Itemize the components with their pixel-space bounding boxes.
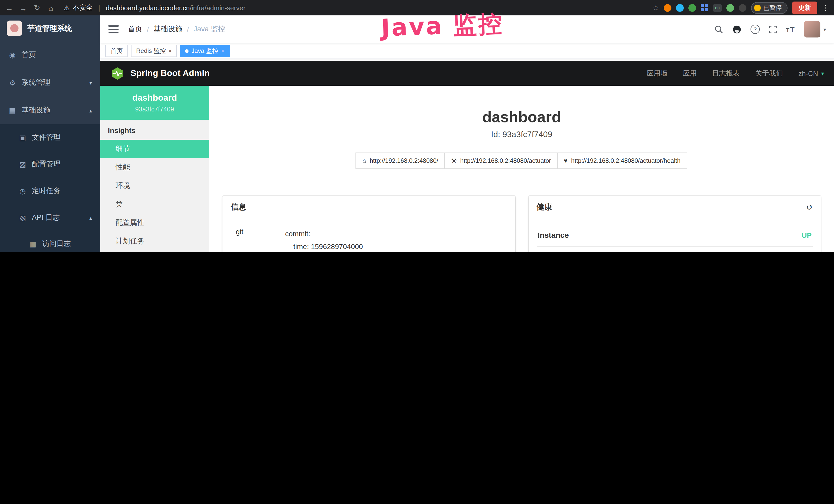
close-icon[interactable]: × [169, 48, 172, 54]
help-icon[interactable]: ? [750, 25, 760, 34]
menu-label: 访问日志 [42, 239, 71, 249]
reload-icon[interactable]: ↻ [33, 3, 41, 12]
security-indicator[interactable]: ⚠ 不安全 [64, 3, 93, 12]
history-icon[interactable]: ↺ [806, 203, 813, 212]
instance-links: ⌂ http://192.168.0.2:48080/ ⚒ http://192… [222, 153, 821, 169]
sba-item-scheduled-tasks[interactable]: 计划任务 [100, 232, 209, 251]
tag-redis-monitor[interactable]: Redis 监控 × [131, 45, 177, 57]
sidebar-item-file-manage[interactable]: ▣ 文件管理 [0, 124, 100, 151]
app-logo [7, 21, 22, 36]
search-icon[interactable] [714, 25, 723, 34]
menu-label: API 日志 [32, 213, 60, 222]
sba-nav-about[interactable]: 关于我们 [755, 69, 783, 78]
security-label: 不安全 [73, 3, 93, 12]
browser-menu-icon[interactable]: ⋮ [822, 4, 829, 12]
health-url-link[interactable]: ♥ http://192.168.0.2:48080/actuator/heal… [557, 153, 687, 169]
sidebar-item-config-manage[interactable]: ▨ 配置管理 [0, 151, 100, 178]
card-title-text: 信息 [231, 202, 246, 212]
sidebar-toggle-icon[interactable] [108, 25, 119, 33]
breadcrumb: 首页 / 基础设施 / Java 监控 [128, 25, 225, 34]
sba-item-metrics[interactable]: 性能 [100, 158, 209, 177]
file-icon: ▣ [19, 134, 27, 142]
card-title-text: 健康 [536, 202, 552, 212]
active-dot [185, 49, 189, 53]
extension-icon[interactable] [664, 4, 672, 12]
paused-badge[interactable]: 已暂停 [751, 2, 788, 14]
sba-item-logs[interactable]: 日志 [100, 252, 209, 252]
sidebar-item-access-log[interactable]: ▥ 访问日志 [0, 231, 100, 252]
sidebar-item-home[interactable]: ◉ 首页 [0, 41, 100, 69]
gear-icon: ⚙ [8, 78, 17, 87]
forward-icon[interactable]: → [19, 3, 27, 12]
close-icon[interactable]: × [221, 48, 224, 54]
spring-boot-admin-logo-icon[interactable] [110, 67, 124, 81]
extension-puzzle-icon[interactable] [739, 4, 746, 12]
bookmark-star-icon[interactable]: ☆ [653, 4, 659, 12]
sba-sidebar: dashboard 93a3fc7f7409 Insights 细节 性能 环境… [100, 86, 209, 252]
breadcrumb-item[interactable]: 首页 [128, 25, 142, 34]
instance-name: dashboard [104, 93, 205, 103]
extension-icon[interactable] [676, 4, 684, 12]
health-card: 健康 ↺ Instance UP [528, 196, 821, 252]
sba-nav: 应用墙 应用 日志报表 关于我们 zh-CN ▾ [646, 69, 824, 78]
sba-item-environment[interactable]: 环境 [100, 177, 209, 195]
health-instance-label: Instance [537, 231, 569, 239]
sba-title: Spring Boot Admin [130, 68, 210, 78]
sba-content: dashboard Id: 93a3fc7f7409 ⌂ http://192.… [209, 86, 834, 252]
chevron-down-icon: ▾ [821, 70, 824, 77]
fullscreen-icon[interactable] [768, 25, 777, 33]
screenshot-root: ← → ↻ ⌂ ⚠ 不安全 | dashboard.yudao.iocoder.… [0, 0, 834, 252]
breadcrumb-item[interactable]: 基础设施 [154, 25, 182, 34]
tag-java-monitor[interactable]: Java 监控 × [180, 45, 229, 57]
sidebar-item-scheduled-jobs[interactable]: ◷ 定时任务 [0, 178, 100, 204]
warning-icon: ⚠ [64, 4, 70, 12]
extension-icon[interactable] [688, 4, 696, 12]
actuator-url-link[interactable]: ⚒ http://192.168.0.2:48080/actuator [444, 153, 557, 169]
address-bar[interactable]: dashboard.yudao.iocoder.cn/infra/admin-s… [106, 4, 245, 12]
sba-nav-journal[interactable]: 日志报表 [712, 69, 740, 78]
chevron-up-icon: ▴ [89, 108, 92, 113]
doc-icon: ▥ [29, 240, 37, 248]
locale-selector[interactable]: zh-CN ▾ [798, 70, 824, 77]
locale-label: zh-CN [798, 70, 818, 77]
extension-icon[interactable] [726, 4, 734, 12]
page-instance-id: Id: 93a3fc7f7409 [222, 130, 821, 139]
sidebar-item-infra[interactable]: ▤ 基础设施 ▴ [0, 96, 100, 124]
home-icon: ⌂ [363, 157, 366, 164]
sba-item-details[interactable]: 细节 [100, 140, 209, 158]
info-card: 信息 git commit: time: 1596289704000 id: 2 [222, 196, 515, 252]
sba-nav-applications[interactable]: 应用 [683, 69, 697, 78]
tag-label: Redis 监控 [136, 46, 166, 55]
tag-home[interactable]: 首页 [105, 45, 128, 57]
health-status-badge: UP [802, 231, 812, 239]
app-logo-row[interactable]: 芋道管理系统 [0, 16, 100, 41]
instance-header[interactable]: dashboard 93a3fc7f7409 [100, 86, 209, 120]
user-menu[interactable]: ▾ [804, 21, 826, 38]
page-title: dashboard [222, 108, 821, 126]
url-host: dashboard.yudao.iocoder.cn [106, 4, 190, 12]
sidebar-item-system[interactable]: ⚙ 系统管理 ▾ [0, 69, 100, 96]
home-icon[interactable]: ⌂ [47, 3, 55, 12]
back-icon[interactable]: ← [5, 3, 13, 12]
service-url-link[interactable]: ⌂ http://192.168.0.2:48080/ [356, 153, 445, 169]
sba-item-config-props[interactable]: 配置属性 [100, 214, 209, 232]
extension-grid-icon[interactable] [701, 4, 708, 12]
sba-header: Spring Boot Admin 应用墙 应用 日志报表 关于我们 zh-CN… [100, 61, 834, 86]
menu-label: 配置管理 [32, 160, 61, 169]
git-time-line: time: 1596289704000 [285, 240, 507, 252]
log-icon: ▧ [19, 214, 27, 222]
app-sidebar: 芋道管理系统 ◉ 首页 ⚙ 系统管理 ▾ ▤ 基础设施 ▴ ▣ [0, 16, 100, 252]
spring-boot-admin: Spring Boot Admin 应用墙 应用 日志报表 关于我们 zh-CN… [100, 61, 834, 252]
dashboard-icon: ◉ [8, 51, 17, 59]
update-button[interactable]: 更新 [792, 1, 817, 14]
tag-label: Java 监控 [191, 46, 218, 55]
extension-on-badge[interactable]: on [713, 4, 722, 12]
sidebar-item-api-log[interactable]: ▧ API 日志 ▴ [0, 204, 100, 231]
wrench-icon: ⚒ [451, 157, 457, 164]
sba-nav-wallboard[interactable]: 应用墙 [646, 69, 667, 78]
url-divider: | [98, 4, 100, 12]
font-size-icon[interactable]: тT [786, 25, 795, 33]
sba-item-classes[interactable]: 类 [100, 195, 209, 214]
git-commit-line: commit: [285, 228, 507, 240]
github-icon[interactable] [732, 24, 742, 34]
